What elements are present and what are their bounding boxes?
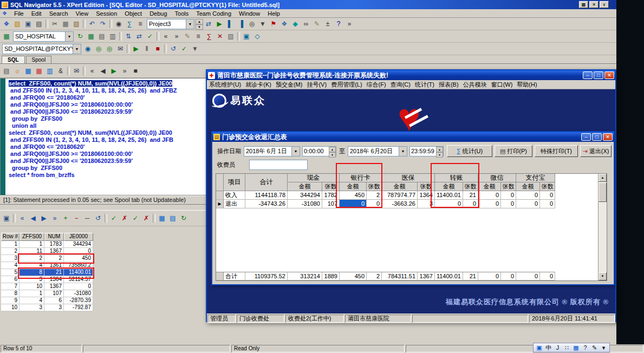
ime-chinese-icon[interactable]: 中 xyxy=(544,343,553,352)
stat-button[interactable]: ∑ 统计(U) xyxy=(447,145,492,157)
dropdown-icon[interactable]: ▼ xyxy=(291,147,300,156)
group-header[interactable]: 微信 xyxy=(478,174,516,182)
flag-icon[interactable]: ⚑ xyxy=(268,19,279,29)
grid-column-header[interactable]: JE0000 xyxy=(64,233,93,241)
menu-item[interactable]: Object xyxy=(121,10,146,17)
group-header[interactable]: 支付宝 xyxy=(516,174,555,182)
spin-down-icon[interactable]: ▼ xyxy=(436,152,443,158)
open-file-icon[interactable]: ▨ xyxy=(12,19,23,29)
benchmark-icon[interactable]: ◆ xyxy=(290,19,301,29)
print-icon[interactable]: ▤ xyxy=(34,19,44,29)
grid-cell[interactable]: 7 xyxy=(1,283,19,290)
his-menu-item[interactable]: 查询(C) xyxy=(388,81,413,89)
dependencies-icon[interactable]: ◇ xyxy=(252,31,263,41)
table-cell[interactable]: 0 xyxy=(478,191,501,200)
grid-cell[interactable]: 2 xyxy=(1,248,19,255)
table-cell[interactable]: -3663.26 xyxy=(382,200,418,208)
ime-help-icon[interactable]: ? xyxy=(581,343,590,352)
sub-header[interactable]: 金额 xyxy=(478,182,501,191)
table-cell[interactable]: 787974.77 xyxy=(382,191,418,200)
db-explorer-icon[interactable]: ▐ xyxy=(236,19,246,29)
stop-exec-icon[interactable]: ■ xyxy=(130,66,141,76)
his-menu-item[interactable]: 公共模块 xyxy=(461,81,489,89)
undo-icon[interactable]: ↶ xyxy=(87,19,97,29)
grid-column-header[interactable]: Row # xyxy=(1,233,19,241)
dialog-minimize-button[interactable]: – xyxy=(581,133,591,141)
schema-combo[interactable]: SD_HOSPITAL ▼ xyxy=(13,31,74,42)
lang-indicator-icon[interactable]: ▣ xyxy=(535,343,544,352)
grid-row[interactable]: 946-2870.39 xyxy=(1,297,93,304)
sql-builder-icon[interactable]: ∑ xyxy=(124,19,135,29)
grid-cell[interactable]: -792.87 xyxy=(64,304,93,311)
world-1-icon[interactable]: ◎ xyxy=(93,44,104,54)
separator-icon[interactable] xyxy=(83,67,86,75)
special-print-button[interactable]: 特殊打印(T) xyxy=(535,145,578,157)
separator-icon[interactable] xyxy=(237,32,240,41)
schema-table-icon[interactable]: ▦ xyxy=(1,31,12,41)
separator-icon[interactable] xyxy=(119,32,122,41)
close-button[interactable]: ✕ xyxy=(604,71,614,79)
his-menu-item[interactable]: 帮助(H) xyxy=(515,81,539,89)
table-row[interactable]: ▶ 退出 -34743.26 -3108010700-3663.26300000… xyxy=(216,200,598,208)
ime-softpad-icon[interactable]: ▦ xyxy=(571,343,581,352)
delete-row-icon[interactable]: − xyxy=(71,213,82,223)
separator-icon[interactable] xyxy=(164,44,167,53)
row-total[interactable]: 1144118.78 xyxy=(245,191,288,200)
next-row-icon[interactable]: ▶ xyxy=(38,213,49,223)
his-menu-item[interactable]: 就诊卡(K) xyxy=(243,81,274,89)
default-no-icon[interactable]: ✗ xyxy=(119,213,130,223)
zoom-icon[interactable]: ± xyxy=(322,19,333,29)
grid-cell[interactable]: 3 xyxy=(1,255,19,262)
spin-down-icon[interactable]: ▼ xyxy=(196,24,203,30)
new-tab-icon[interactable]: ▤ xyxy=(1,66,12,76)
execute-icon[interactable]: ▶ xyxy=(131,44,141,54)
grid-column-header[interactable]: NUM xyxy=(44,233,64,241)
world-2-icon[interactable]: ◎ xyxy=(104,44,115,54)
grid-row[interactable]: 81107-31080 xyxy=(1,290,93,297)
menu-item[interactable]: Edit xyxy=(28,10,45,17)
exit-button[interactable]: ⇥ 退出(X) xyxy=(580,145,612,157)
titlebar-menu-button[interactable]: ∨ xyxy=(600,1,609,8)
separator-icon[interactable] xyxy=(109,19,112,28)
truncate-icon[interactable]: ✕ xyxy=(214,31,225,41)
grid-row[interactable]: 111783344294 xyxy=(1,241,93,248)
grid-cell[interactable]: 4 xyxy=(1,262,19,269)
table-cell[interactable]: 0 xyxy=(540,191,555,200)
table-cell[interactable]: 0 xyxy=(540,200,555,208)
save-icon[interactable]: ▣ xyxy=(23,19,34,29)
grid-cell[interactable]: 0 xyxy=(64,283,93,290)
null-yes-icon[interactable]: ✓ xyxy=(130,213,141,223)
insert-row-icon[interactable]: + xyxy=(60,213,71,223)
record-mode-icon[interactable]: ▤ xyxy=(167,213,178,223)
scroll-up-icon[interactable]: ▲ xyxy=(599,174,607,182)
sub-header[interactable]: 金额 xyxy=(288,182,322,191)
grid-cell[interactable]: 10 xyxy=(19,283,44,290)
his-menu-item[interactable]: 挂号(V) xyxy=(304,81,329,89)
grid-red-icon[interactable]: ▦ xyxy=(34,66,44,76)
grid-cell[interactable]: 1 xyxy=(1,241,19,248)
null-no-icon[interactable]: ✗ xyxy=(141,213,152,223)
group-header[interactable]: 现金 xyxy=(288,174,340,182)
separator-icon[interactable] xyxy=(67,67,70,75)
his-menu-item[interactable]: 报表(B) xyxy=(437,81,461,89)
scroll-down-icon[interactable]: ▼ xyxy=(599,272,607,280)
grid-cell[interactable]: 3 xyxy=(19,304,44,311)
spin-up-icon[interactable]: ▲ xyxy=(436,147,443,152)
prev-statement-icon[interactable]: ◀ xyxy=(97,66,108,76)
db-navigator-icon[interactable]: ▌ xyxy=(225,19,236,29)
spin-down-icon[interactable]: ▼ xyxy=(329,152,336,158)
grid-cell[interactable]: 10 xyxy=(1,304,19,311)
table-row[interactable]: 收入 1144118.78 34429417824502787974.77136… xyxy=(216,191,598,200)
print-button[interactable]: ▤ 打印(P) xyxy=(495,145,532,157)
new-session-icon[interactable]: ❖ xyxy=(1,19,12,29)
grid-cell[interactable]: 1367 xyxy=(44,283,64,290)
revoke-icon[interactable]: » xyxy=(171,31,182,41)
grid-cell[interactable]: 1 xyxy=(19,241,44,248)
minimize-button[interactable]: – xyxy=(583,71,593,79)
help-icon[interactable]: ? xyxy=(333,19,344,29)
copy-object-icon[interactable]: ▧ xyxy=(225,31,236,41)
refresh-rows-icon[interactable]: ↺ xyxy=(93,213,103,223)
session-browser-icon[interactable]: ◉ xyxy=(82,44,93,54)
first-row-icon[interactable]: « xyxy=(17,213,28,223)
grid-cell[interactable]: 4 xyxy=(19,297,44,304)
